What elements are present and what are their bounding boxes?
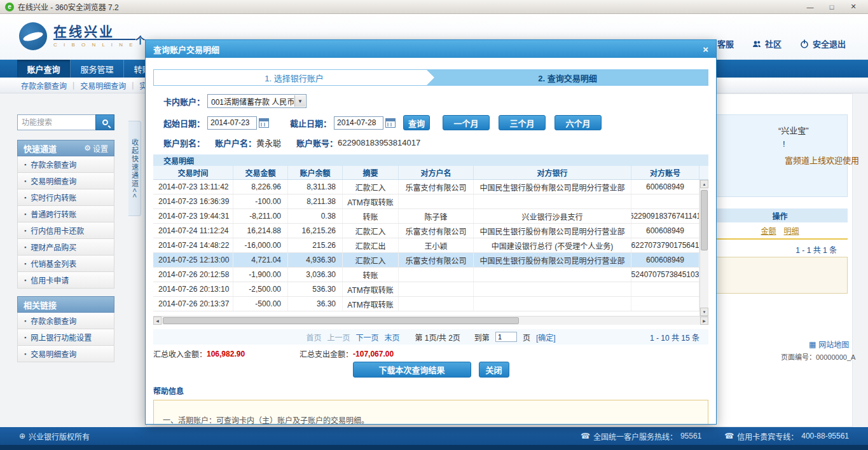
scroll-left-arrow-icon[interactable]: ◀ <box>153 317 162 325</box>
table-row[interactable]: 2014-07-25 12:13:004,721.044,936.30汇款汇入乐… <box>153 253 699 268</box>
range-button[interactable]: 三个月 <box>499 115 546 130</box>
pagination-first[interactable]: 首页 <box>306 332 321 343</box>
nav-tab[interactable]: 服务管理 <box>71 60 124 78</box>
ops-link[interactable]: 明细 <box>784 225 799 236</box>
sidebar-item[interactable]: ▪信用卡申请 <box>17 272 114 289</box>
goto-page-input[interactable] <box>495 332 517 342</box>
community-link[interactable]: 社区 <box>752 38 782 50</box>
table-row[interactable]: 2014-07-26 20:13:37-500.0036.30ATM存取转账 <box>153 297 699 311</box>
table-row[interactable]: 2014-07-23 13:11:428,226.968,311.38汇款汇入乐… <box>153 180 699 194</box>
bank-logo[interactable]: 在线兴业 C I B O N L I N E <box>19 22 135 50</box>
related-links-title: 相关链接 <box>24 299 57 311</box>
page-code-label: 页面编号： <box>781 353 816 361</box>
sidebar-item-label: 普通跨行转账 <box>31 208 76 219</box>
table-cell: 乐富支付有限公司 <box>399 253 474 267</box>
table-cell: 600608949 <box>631 180 699 194</box>
sidebar-item-label: 代销基金列表 <box>31 258 76 269</box>
table-cell: 乐富支付有限公司 <box>399 180 474 194</box>
table-row[interactable]: 2014-07-26 20:13:10-2,500.00536.30ATM存取转… <box>153 282 699 297</box>
ops-link[interactable]: 金额 <box>761 225 776 236</box>
close-button[interactable]: 关闭 <box>479 362 509 378</box>
sidebar-item[interactable]: ▪实时行内转账 <box>17 189 114 206</box>
vip-value: 400-88-95561 <box>801 432 849 440</box>
table-row[interactable]: 2014-07-23 19:44:31-8,211.000.38转账陈子锋兴业银… <box>153 209 699 224</box>
table-row[interactable]: 2014-07-26 20:12:58-1,900.003,036.30转账52… <box>153 268 699 282</box>
pagination-info: 第 1页/共 2页 <box>415 332 460 343</box>
date-row: 起始日期： 截止日期： 查询 一个月三个月六个月 <box>146 115 716 130</box>
range-button[interactable]: 一个月 <box>443 115 490 130</box>
sidebar-item[interactable]: ▪行内信用卡还款 <box>17 222 114 239</box>
sidebar-item[interactable]: ▪理财产品购买 <box>17 239 114 256</box>
scroll-right-arrow-icon[interactable]: ▶ <box>700 317 708 325</box>
column-header[interactable]: 对方户名 <box>399 166 474 179</box>
calendar-icon[interactable] <box>385 118 396 128</box>
sidebar-item-label: 存款余额查询 <box>31 315 76 326</box>
account-select[interactable]: 001活期储蓄存款 人民币 ▼ <box>207 94 307 108</box>
minimize-button[interactable]: — <box>801 1 820 12</box>
horizontal-scroll-thumb[interactable] <box>163 317 519 324</box>
pagination-bar: 首页 上一页 下一页 末页 第 1页/共 2页 到第 页 [确定] 1 - 10… <box>153 329 708 344</box>
goto-confirm-button[interactable]: [确定] <box>536 332 556 343</box>
step-select-account[interactable]: 1. 选择银行账户 <box>153 69 435 86</box>
table-cell: 600608949 <box>631 253 699 267</box>
logout-link[interactable]: 安全退出 <box>799 38 846 50</box>
download-results-button[interactable]: 下载本次查询结果 <box>353 362 471 378</box>
table-cell: 汇款汇入 <box>343 253 399 267</box>
table-cell <box>474 297 631 311</box>
sidebar-item[interactable]: ▪存款余额查询 <box>17 313 114 329</box>
table-cell: 2014-07-24 14:48:22 <box>153 238 233 252</box>
hotline-value: 95561 <box>680 432 701 440</box>
start-date-input[interactable] <box>207 116 257 130</box>
chevron-down-icon: ▼ <box>294 95 305 107</box>
table-row[interactable]: 2014-07-23 16:36:39-100.008,211.38ATM存取转… <box>153 194 699 209</box>
table-row[interactable]: 2014-07-24 11:12:2416,214.8816,215.26汇款汇… <box>153 224 699 238</box>
column-header[interactable]: 对方银行 <box>474 166 631 179</box>
column-header[interactable]: 账户余额 <box>288 166 343 179</box>
sitemap-link[interactable]: ▦ 网站地图 <box>809 339 849 350</box>
column-header[interactable]: 交易金额 <box>233 166 288 179</box>
sidebar-item[interactable]: ▪普通跨行转账 <box>17 206 114 222</box>
pagination-next[interactable]: 下一页 <box>355 332 378 343</box>
sidebar-item[interactable]: ▪存款余额查询 <box>17 156 114 173</box>
table-row[interactable]: 2014-07-24 14:48:22-16,000.00215.26汇款汇出王… <box>153 238 699 253</box>
query-button[interactable]: 查询 <box>403 115 430 130</box>
subnav-item[interactable]: 存款余额查询 <box>21 80 67 91</box>
bullet-icon: ▪ <box>24 277 26 283</box>
search-input[interactable] <box>17 114 95 130</box>
copyright-text: 兴业银行版权所有 <box>29 431 90 442</box>
end-date-input[interactable] <box>334 116 383 130</box>
calendar-icon[interactable] <box>259 118 269 128</box>
hotline-label: 全国统一客户服务热线： <box>593 431 677 442</box>
vertical-scroll-thumb[interactable] <box>701 190 708 250</box>
sidebar-item[interactable]: ▪网上银行功能设置 <box>17 329 114 346</box>
scroll-up-arrow-icon[interactable]: ▲ <box>700 180 708 188</box>
settings-link[interactable]: ⚙ 设置 <box>84 143 108 154</box>
collapse-quick-channel-handle[interactable]: 收起快速通道<< <box>128 121 141 216</box>
column-header[interactable]: 对方账号 <box>631 166 699 179</box>
settings-label: 设置 <box>93 143 108 154</box>
cib-logo-icon <box>19 22 47 50</box>
subnav-separator: | <box>132 81 134 90</box>
sidebar-item[interactable]: ▪交易明细查询 <box>17 173 114 189</box>
horizontal-scrollbar[interactable]: ◀ ▶ <box>153 316 708 325</box>
sidebar-item[interactable]: ▪代销基金列表 <box>17 256 114 272</box>
subnav-item[interactable]: 交易明细查询 <box>80 80 126 91</box>
column-header[interactable]: 交易时间 <box>153 166 233 179</box>
pagination-last[interactable]: 末页 <box>384 332 399 343</box>
pagination-prev[interactable]: 上一页 <box>327 332 350 343</box>
scroll-down-arrow-icon[interactable]: ▼ <box>700 308 708 316</box>
modal-close-icon[interactable]: × <box>703 44 708 54</box>
search-button[interactable] <box>95 114 114 130</box>
header-links: 客服 社区 安全退出 <box>704 38 846 50</box>
close-window-button[interactable]: ✕ <box>844 1 863 12</box>
step-indicator: 1. 选择银行账户 2. 查询交易明细 <box>153 69 708 86</box>
range-button[interactable]: 六个月 <box>555 115 602 130</box>
nav-tab[interactable]: 账户查询 <box>17 60 71 78</box>
vertical-scrollbar[interactable]: ▲ ▼ <box>699 180 708 316</box>
sidebar-item[interactable]: ▪交易明细查询 <box>17 346 114 362</box>
table-cell: 62290918376741141 <box>631 209 699 223</box>
column-header[interactable]: 摘要 <box>343 166 399 179</box>
sidebar-item-label: 实时行内转账 <box>31 192 76 203</box>
step-query-detail[interactable]: 2. 查询交易明细 <box>427 69 708 86</box>
maximize-button[interactable]: □ <box>822 1 841 12</box>
